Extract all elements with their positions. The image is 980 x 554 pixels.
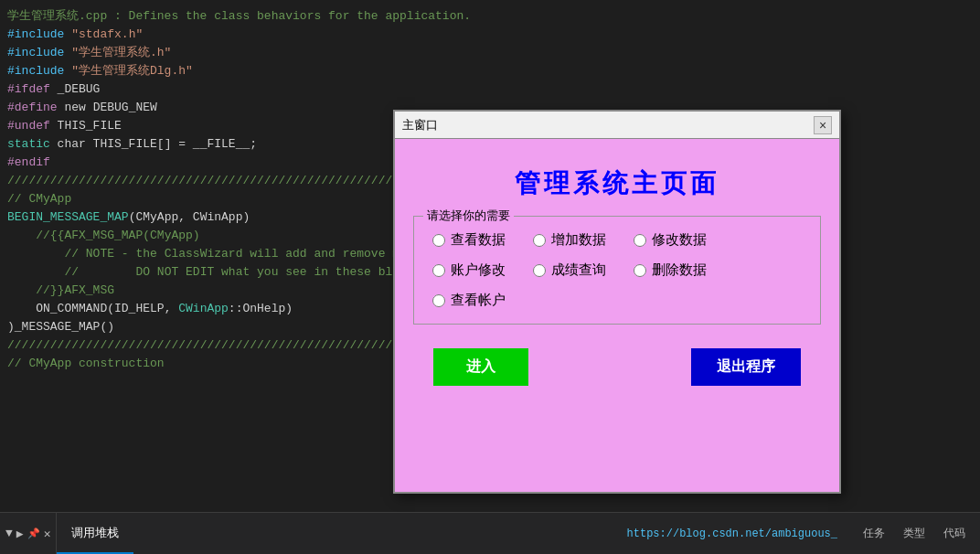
enter-button[interactable]: 进入 — [433, 348, 528, 386]
code-line: 学生管理系统.cpp : Defines the class behaviors… — [0, 7, 980, 26]
bottom-panel: ▼ ▶ 📌 ✕ 调用堆栈 https://blog.csdn.net/ambig… — [0, 512, 980, 554]
bottom-panel-controls: ▼ ▶ 📌 ✕ — [0, 513, 57, 554]
bottom-tabs: 调用堆栈 — [57, 513, 133, 554]
tab-code[interactable]: 代码 — [943, 526, 965, 541]
radio-modify-data-input[interactable] — [634, 234, 646, 247]
radio-modify-data-label: 修改数据 — [652, 231, 707, 249]
options-group-legend: 请选择你的需要 — [423, 208, 514, 224]
options-row-3: 查看帐户 — [432, 292, 802, 309]
radio-add-data-label: 增加数据 — [551, 231, 606, 249]
radio-view-data[interactable]: 查看数据 — [432, 231, 506, 249]
code-line: #ifdef _DEBUG — [0, 80, 980, 99]
radio-view-data-input[interactable] — [432, 234, 445, 247]
tab-call-stack[interactable]: 调用堆栈 — [57, 513, 133, 554]
modal-titlebar: 主窗口 × — [395, 112, 839, 139]
pin-icon[interactable]: 📌 — [27, 527, 40, 539]
modal-dialog: 主窗口 × 管理系统主页面 请选择你的需要 查看数据 增加数据 — [393, 110, 841, 494]
radio-view-account-input[interactable] — [432, 294, 445, 307]
tab-type[interactable]: 类型 — [903, 526, 925, 541]
modal-heading: 管理系统主页面 — [515, 166, 719, 201]
options-row-2: 账户修改 成绩查询 删除数据 — [432, 261, 802, 279]
radio-score-query-label: 成绩查询 — [551, 261, 606, 279]
options-group: 请选择你的需要 查看数据 增加数据 修改数据 — [413, 216, 821, 325]
radio-view-account-label: 查看帐户 — [451, 292, 506, 309]
radio-delete-data-input[interactable] — [634, 264, 646, 277]
modal-close-button[interactable]: × — [814, 116, 832, 134]
code-line: #include "学生管理系统Dlg.h" — [0, 62, 980, 80]
arrow-right-icon[interactable]: ▶ — [16, 527, 24, 541]
radio-delete-data-label: 删除数据 — [652, 261, 707, 279]
radio-score-query-input[interactable] — [533, 264, 546, 277]
radio-account-modify[interactable]: 账户修改 — [432, 261, 506, 279]
radio-account-modify-input[interactable] — [432, 264, 445, 277]
radio-add-data[interactable]: 增加数据 — [533, 231, 606, 249]
radio-account-modify-label: 账户修改 — [451, 261, 506, 279]
modal-buttons: 进入 退出程序 — [433, 348, 800, 386]
radio-delete-data[interactable]: 删除数据 — [634, 261, 707, 279]
arrow-down-icon[interactable]: ▼ — [5, 527, 13, 540]
close-panel-icon[interactable]: ✕ — [44, 527, 51, 541]
radio-view-data-label: 查看数据 — [451, 231, 506, 249]
bottom-panel-tabs-right: 任务 类型 代码 — [848, 526, 980, 541]
bottom-url: https://blog.csdn.net/ambiguous_ — [627, 527, 848, 540]
modal-body: 管理系统主页面 请选择你的需要 查看数据 增加数据 修改 — [395, 139, 839, 404]
exit-button[interactable]: 退出程序 — [691, 348, 801, 386]
modal-title: 主窗口 — [402, 117, 438, 133]
tab-task[interactable]: 任务 — [863, 526, 885, 541]
radio-add-data-input[interactable] — [533, 234, 546, 247]
radio-score-query[interactable]: 成绩查询 — [533, 261, 606, 279]
radio-modify-data[interactable]: 修改数据 — [634, 231, 707, 249]
options-row-1: 查看数据 增加数据 修改数据 — [432, 231, 802, 249]
code-line: #include "学生管理系统.h" — [0, 44, 980, 62]
code-line: #include "stdafx.h" — [0, 26, 980, 44]
radio-view-account[interactable]: 查看帐户 — [432, 292, 506, 309]
